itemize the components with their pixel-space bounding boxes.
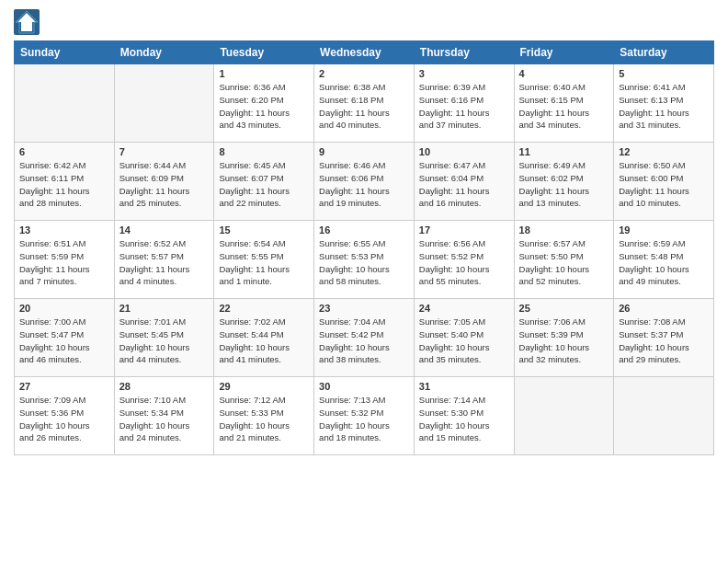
day-number: 11: [519, 146, 609, 157]
day-cell: 10Sunrise: 6:47 AM Sunset: 6:04 PM Dayli…: [414, 143, 514, 221]
day-number: 31: [419, 381, 509, 392]
day-cell: 13Sunrise: 6:51 AM Sunset: 5:59 PM Dayli…: [15, 221, 115, 299]
day-info: Sunrise: 6:39 AM Sunset: 6:16 PM Dayligh…: [419, 81, 509, 132]
day-info: Sunrise: 7:09 AM Sunset: 5:36 PM Dayligh…: [19, 394, 109, 444]
day-number: 7: [119, 146, 210, 157]
day-number: 5: [619, 68, 709, 79]
calendar-table: SundayMondayTuesdayWednesdayThursdayFrid…: [14, 40, 714, 455]
day-cell: 3Sunrise: 6:39 AM Sunset: 6:16 PM Daylig…: [414, 64, 514, 143]
day-info: Sunrise: 6:59 AM Sunset: 5:48 PM Dayligh…: [619, 237, 709, 288]
day-cell: 2Sunrise: 6:38 AM Sunset: 6:18 PM Daylig…: [314, 64, 415, 143]
day-cell: [15, 64, 115, 143]
day-header-tuesday: Tuesday: [214, 41, 314, 64]
week-row-3: 13Sunrise: 6:51 AM Sunset: 5:59 PM Dayli…: [15, 221, 714, 299]
day-number: 14: [119, 224, 210, 236]
day-number: 24: [419, 303, 509, 314]
day-info: Sunrise: 6:56 AM Sunset: 5:52 PM Dayligh…: [419, 237, 509, 288]
day-number: 13: [19, 224, 109, 236]
day-info: Sunrise: 6:49 AM Sunset: 6:02 PM Dayligh…: [519, 159, 609, 210]
day-info: Sunrise: 7:02 AM Sunset: 5:44 PM Dayligh…: [219, 316, 309, 366]
day-info: Sunrise: 6:52 AM Sunset: 5:57 PM Dayligh…: [119, 237, 210, 288]
day-info: Sunrise: 6:46 AM Sunset: 6:06 PM Dayligh…: [319, 159, 409, 210]
day-number: 20: [19, 303, 109, 314]
day-header-sunday: Sunday: [15, 41, 115, 64]
day-header-saturday: Saturday: [614, 41, 714, 64]
day-info: Sunrise: 6:38 AM Sunset: 6:18 PM Dayligh…: [319, 81, 409, 132]
day-header-wednesday: Wednesday: [314, 41, 415, 64]
header: G: [14, 9, 714, 35]
day-info: Sunrise: 6:41 AM Sunset: 6:13 PM Dayligh…: [619, 81, 709, 132]
week-row-1: 1Sunrise: 6:36 AM Sunset: 6:20 PM Daylig…: [15, 64, 714, 143]
day-cell: 25Sunrise: 7:06 AM Sunset: 5:39 PM Dayli…: [514, 299, 614, 377]
day-number: 6: [19, 146, 109, 157]
day-number: 25: [519, 303, 609, 314]
day-cell: 26Sunrise: 7:08 AM Sunset: 5:37 PM Dayli…: [614, 299, 714, 377]
day-info: Sunrise: 6:55 AM Sunset: 5:53 PM Dayligh…: [319, 237, 409, 288]
day-number: 22: [219, 303, 309, 314]
day-cell: 31Sunrise: 7:14 AM Sunset: 5:30 PM Dayli…: [414, 377, 514, 455]
day-number: 15: [219, 224, 309, 236]
week-row-5: 27Sunrise: 7:09 AM Sunset: 5:36 PM Dayli…: [15, 377, 714, 455]
week-row-4: 20Sunrise: 7:00 AM Sunset: 5:47 PM Dayli…: [15, 299, 714, 377]
week-row-2: 6Sunrise: 6:42 AM Sunset: 6:11 PM Daylig…: [15, 143, 714, 221]
day-cell: 28Sunrise: 7:10 AM Sunset: 5:34 PM Dayli…: [114, 377, 214, 455]
day-header-monday: Monday: [114, 41, 214, 64]
day-info: Sunrise: 6:51 AM Sunset: 5:59 PM Dayligh…: [19, 237, 109, 288]
day-info: Sunrise: 7:08 AM Sunset: 5:37 PM Dayligh…: [619, 316, 709, 366]
day-info: Sunrise: 7:14 AM Sunset: 5:30 PM Dayligh…: [419, 394, 509, 444]
day-info: Sunrise: 6:50 AM Sunset: 6:00 PM Dayligh…: [619, 159, 709, 210]
logo: G: [14, 9, 43, 35]
day-number: 10: [419, 146, 509, 157]
day-number: 29: [219, 381, 309, 392]
day-info: Sunrise: 7:04 AM Sunset: 5:42 PM Dayligh…: [319, 316, 409, 366]
day-cell: 20Sunrise: 7:00 AM Sunset: 5:47 PM Dayli…: [15, 299, 115, 377]
day-cell: 17Sunrise: 6:56 AM Sunset: 5:52 PM Dayli…: [414, 221, 514, 299]
day-info: Sunrise: 6:36 AM Sunset: 6:20 PM Dayligh…: [219, 81, 309, 132]
day-number: 21: [119, 303, 210, 314]
day-cell: 15Sunrise: 6:54 AM Sunset: 5:55 PM Dayli…: [214, 221, 314, 299]
main-container: G SundayMondayTuesdayWednesdayThursdayFr…: [0, 0, 728, 563]
day-number: 9: [319, 146, 409, 157]
day-cell: 7Sunrise: 6:44 AM Sunset: 6:09 PM Daylig…: [114, 143, 214, 221]
day-info: Sunrise: 7:05 AM Sunset: 5:40 PM Dayligh…: [419, 316, 509, 366]
day-number: 26: [619, 303, 709, 314]
day-cell: 14Sunrise: 6:52 AM Sunset: 5:57 PM Dayli…: [114, 221, 214, 299]
day-number: 1: [219, 68, 309, 79]
day-info: Sunrise: 7:10 AM Sunset: 5:34 PM Dayligh…: [119, 394, 210, 444]
day-number: 16: [319, 224, 409, 236]
day-info: Sunrise: 7:01 AM Sunset: 5:45 PM Dayligh…: [119, 316, 210, 366]
day-info: Sunrise: 7:06 AM Sunset: 5:39 PM Dayligh…: [519, 316, 609, 366]
day-number: 4: [519, 68, 609, 79]
logo-icon: G: [14, 9, 40, 35]
day-cell: 24Sunrise: 7:05 AM Sunset: 5:40 PM Dayli…: [414, 299, 514, 377]
day-header-friday: Friday: [514, 41, 614, 64]
day-info: Sunrise: 6:54 AM Sunset: 5:55 PM Dayligh…: [219, 237, 309, 288]
day-cell: 21Sunrise: 7:01 AM Sunset: 5:45 PM Dayli…: [114, 299, 214, 377]
day-number: 12: [619, 146, 709, 157]
day-cell: 19Sunrise: 6:59 AM Sunset: 5:48 PM Dayli…: [614, 221, 714, 299]
day-header-thursday: Thursday: [414, 41, 514, 64]
day-cell: 11Sunrise: 6:49 AM Sunset: 6:02 PM Dayli…: [514, 143, 614, 221]
day-cell: 4Sunrise: 6:40 AM Sunset: 6:15 PM Daylig…: [514, 64, 614, 143]
day-info: Sunrise: 7:12 AM Sunset: 5:33 PM Dayligh…: [219, 394, 309, 444]
day-cell: [514, 377, 614, 455]
day-cell: [114, 64, 214, 143]
day-info: Sunrise: 6:45 AM Sunset: 6:07 PM Dayligh…: [219, 159, 309, 210]
day-cell: 6Sunrise: 6:42 AM Sunset: 6:11 PM Daylig…: [15, 143, 115, 221]
day-cell: 5Sunrise: 6:41 AM Sunset: 6:13 PM Daylig…: [614, 64, 714, 143]
day-info: Sunrise: 6:44 AM Sunset: 6:09 PM Dayligh…: [119, 159, 210, 210]
day-cell: 1Sunrise: 6:36 AM Sunset: 6:20 PM Daylig…: [214, 64, 314, 143]
day-cell: 12Sunrise: 6:50 AM Sunset: 6:00 PM Dayli…: [614, 143, 714, 221]
day-info: Sunrise: 6:57 AM Sunset: 5:50 PM Dayligh…: [519, 237, 609, 288]
day-cell: 23Sunrise: 7:04 AM Sunset: 5:42 PM Dayli…: [314, 299, 415, 377]
day-cell: 30Sunrise: 7:13 AM Sunset: 5:32 PM Dayli…: [314, 377, 415, 455]
day-cell: 29Sunrise: 7:12 AM Sunset: 5:33 PM Dayli…: [214, 377, 314, 455]
day-info: Sunrise: 7:13 AM Sunset: 5:32 PM Dayligh…: [319, 394, 409, 444]
day-number: 2: [319, 68, 409, 79]
svg-text:G: G: [23, 19, 30, 29]
day-number: 8: [219, 146, 309, 157]
day-number: 17: [419, 224, 509, 236]
day-number: 28: [119, 381, 210, 392]
day-number: 3: [419, 68, 509, 79]
day-cell: 8Sunrise: 6:45 AM Sunset: 6:07 PM Daylig…: [214, 143, 314, 221]
